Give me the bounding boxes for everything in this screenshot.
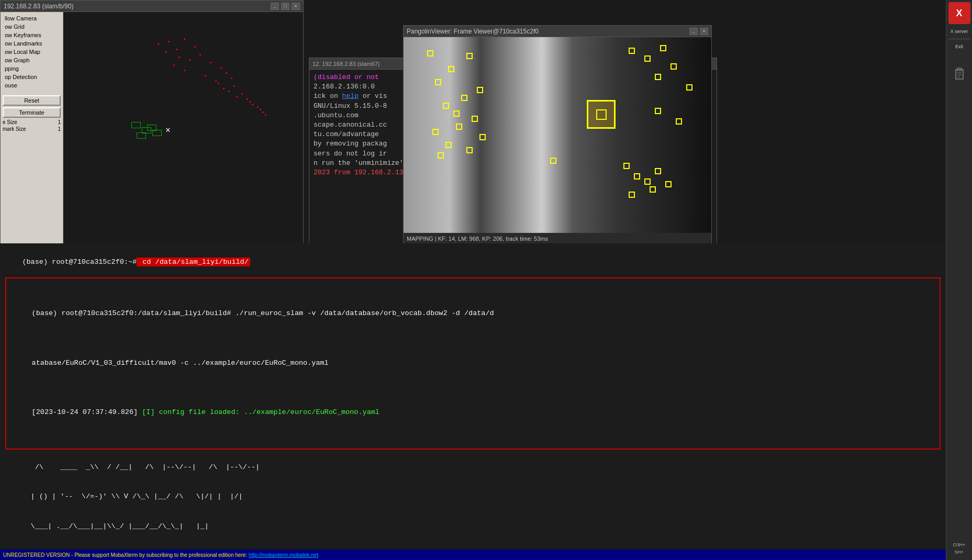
feature-point: [644, 178, 651, 185]
feature-point: [686, 84, 692, 91]
frame-viewer-titlebar: PangolinViewer: Frame Viewer@710ca315c2f…: [404, 26, 711, 37]
terminal-text-area[interactable]: (base) root@710ca315c2f0:~# cd /data/sla…: [0, 243, 946, 560]
show-graph-item[interactable]: ow Graph: [3, 56, 61, 64]
feature-point: [634, 173, 640, 180]
svg-rect-1: [957, 68, 962, 71]
feature-point: [660, 45, 666, 51]
show-local-map-item[interactable]: ow Local Map: [3, 48, 61, 56]
feature-point: [432, 129, 439, 135]
prompt-1: (base) root@710ca315c2f0:~#: [22, 258, 137, 266]
feature-point: [438, 152, 444, 159]
fv-close-button[interactable]: ✕: [700, 28, 708, 35]
map-canvas: ✕: [63, 12, 303, 245]
map-viewer-titlebar: 192.168.2.83 (slam/b/90) _ □ ✕: [1, 1, 303, 12]
feature-point: [655, 74, 661, 80]
command-line-2b: atabase/EuRoC/V1_03_difficult/mav0 -c ..…: [6, 349, 940, 378]
map-viewer-title: 192.168.2.83 (slam/b/90): [4, 3, 73, 10]
frame-viewer-title: PangolinViewer: Frame Viewer@710ca315c2f…: [407, 28, 539, 35]
feature-point: [623, 163, 630, 169]
maximize-button[interactable]: □: [281, 3, 289, 10]
mouse-item[interactable]: ouse: [3, 81, 61, 89]
mark-slider-row: mark Size 1: [3, 126, 61, 132]
feature-point: [472, 116, 478, 122]
x-server-button[interactable]: X server: [948, 27, 970, 36]
feature-point: [448, 66, 454, 72]
close-button[interactable]: ✕: [292, 3, 300, 10]
mobaxterm-sidebar: X X server Exit O3H+ 5H+: [946, 0, 972, 560]
frame-viewer-window: PangolinViewer: Frame Viewer@710ca315c2f…: [403, 25, 712, 245]
feature-point: [445, 142, 452, 148]
frame-canvas: [404, 37, 711, 233]
frame-viewer-controls: _ ✕: [689, 28, 708, 35]
feature-point: [644, 55, 651, 62]
feature-point: [629, 192, 635, 198]
feature-point: [466, 53, 473, 59]
command-1: cd /data/slam_liyi/build/: [137, 257, 250, 266]
feature-point: [479, 134, 486, 140]
feature-point: [453, 110, 460, 117]
show-landmarks-item[interactable]: ow Landmarks: [3, 39, 61, 48]
status-url[interactable]: http://mobaxterm.mobatek.net: [249, 552, 318, 558]
feature-point: [550, 158, 556, 164]
clipboard-icon[interactable]: [948, 63, 970, 85]
reset-button[interactable]: Reset: [3, 95, 61, 106]
loop-detection-item[interactable]: op Detection: [3, 73, 61, 81]
ascii-art-line-3: \___| .__/\___|__|\\_/ |___/__/\_\_| |_|: [5, 512, 941, 542]
feature-point: [427, 50, 433, 57]
feature-point: [477, 87, 483, 93]
feature-point: [629, 48, 635, 54]
ascii-art-line-1: /\ ____ _\\ / /__| /\ |--\/--| /\ |--\/-…: [5, 453, 941, 483]
mapping-item[interactable]: pping: [3, 64, 61, 73]
show-grid-item[interactable]: ow Grid: [3, 23, 61, 31]
bottom-sidebar-icons: O3H+ 5H+: [953, 540, 966, 560]
size-value: 1: [50, 119, 61, 125]
size-slider-row: e Size 1: [3, 119, 61, 125]
log-content: [I] config file loaded: ../example/euroc…: [138, 408, 379, 416]
minimize-button[interactable]: _: [271, 3, 279, 10]
feature-point: [435, 79, 441, 85]
log-timestamp: [2023-10-24 07:37:49.826]: [32, 408, 138, 416]
map-viewer-window: 192.168.2.83 (slam/b/90) _ □ ✕ llow Came…: [0, 0, 304, 246]
allow-camera-item[interactable]: llow Camera: [3, 14, 61, 23]
fv-minimize-button[interactable]: _: [689, 28, 698, 35]
bottom-status-bar: UNREGISTERED VERSION - Please support Mo…: [0, 550, 946, 560]
large-feature-point: [587, 100, 616, 129]
feature-point: [650, 186, 656, 193]
sidebar-bottom-text: O3H+: [953, 542, 966, 547]
second-terminal-tab: 12. 192.168.2.83 (slam67): [312, 61, 379, 67]
command-2b: atabase/EuRoC/V1_03_difficult/mav0 -c ..…: [32, 359, 329, 367]
svg-rect-0: [956, 70, 963, 79]
frame-image: [404, 37, 711, 233]
command-line-2: (base) root@710ca315c2f0:/data/slam_liyi…: [6, 299, 940, 329]
feature-point: [655, 168, 661, 174]
sidebar-ver-text: 5H+: [953, 550, 966, 555]
feature-point: [461, 95, 467, 101]
command-block: (base) root@710ca315c2f0:/data/slam_liyi…: [5, 277, 941, 450]
command-2: ./run_euroc_slam -v /data/database/orb_v…: [231, 309, 494, 317]
frame-status-bar: MAPPING | KF: 14, LM: 968, KP: 206, trac…: [404, 233, 711, 244]
command-line-1: (base) root@710ca315c2f0:~# cd /data/sla…: [5, 248, 941, 277]
status-text: UNREGISTERED VERSION - Please support Mo…: [3, 552, 247, 558]
mark-value: 1: [50, 126, 61, 132]
frame-status-text: MAPPING | KF: 14, LM: 968, KP: 206, trac…: [407, 236, 548, 242]
x-server-icon[interactable]: X: [948, 2, 970, 24]
prompt-2: (base) root@710ca315c2f0:/data/slam_liyi…: [32, 309, 231, 317]
feature-point: [443, 103, 449, 109]
ascii-art-line-2: | () | '-- \/=-)' \\ V /\_\ |__/ /\ \|/|…: [5, 482, 941, 512]
log-line-1: [2023-10-24 07:37:49.826] [I] config fil…: [6, 398, 940, 428]
sidebar-icon-area: [948, 62, 970, 86]
mark-label: mark Size: [3, 126, 50, 132]
feature-point: [676, 118, 682, 125]
terminate-button[interactable]: Terminate: [3, 107, 61, 118]
window-controls: _ □ ✕: [271, 3, 300, 10]
size-label: e Size: [3, 119, 50, 125]
feature-point: [655, 108, 661, 114]
feature-point: [466, 147, 473, 153]
feature-point: [665, 181, 672, 187]
exit-button[interactable]: Exit: [948, 42, 970, 51]
feature-point: [671, 63, 677, 70]
map-viewer-body: llow Camera ow Grid ow Keyframes ow Land…: [1, 12, 303, 245]
feature-point: [456, 124, 462, 130]
map-viewer-sidebar: llow Camera ow Grid ow Keyframes ow Land…: [1, 12, 63, 245]
show-keyframes-item[interactable]: ow Keyframes: [3, 31, 61, 39]
